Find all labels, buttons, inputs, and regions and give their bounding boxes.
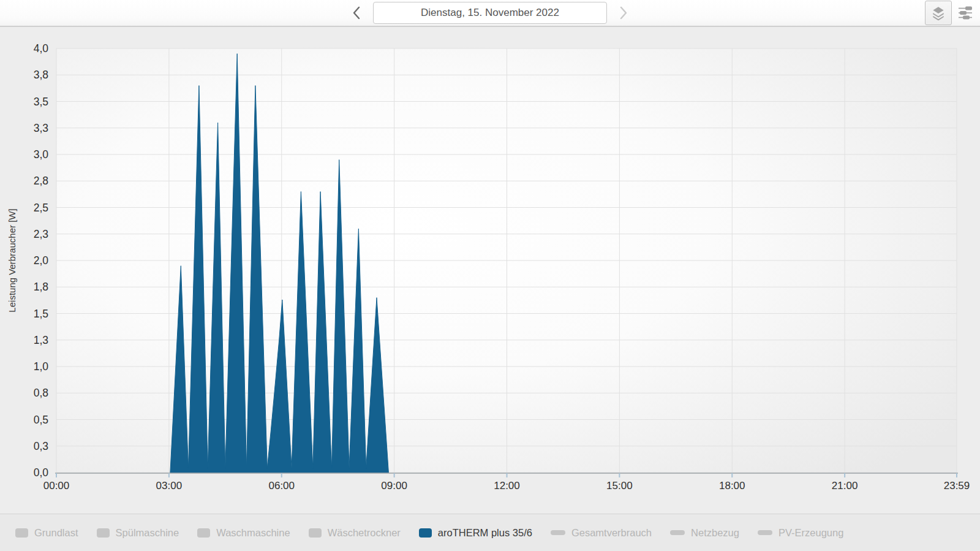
chevron-right-icon <box>617 4 630 22</box>
y-tick-label: 1,5 <box>34 308 48 320</box>
area-swatch-icon <box>197 528 210 538</box>
legend-label: Gesamtverbrauch <box>571 527 652 539</box>
y-tick-label: 1,3 <box>34 334 48 346</box>
date-label: Dienstag, 15. November 2022 <box>421 7 559 19</box>
x-tick-label: 15:00 <box>606 480 633 492</box>
legend-item-pv-erzeugung[interactable]: PV-Erzeugung <box>758 527 843 539</box>
legend-label: Netzbezug <box>691 527 739 539</box>
legend-label: Wäschetrockner <box>328 527 401 539</box>
x-tick-label: 03:00 <box>156 480 183 492</box>
area-swatch-icon <box>15 528 28 538</box>
legend-item-arotherm-plus-35-6[interactable]: aroTHERM plus 35/6 <box>419 527 532 539</box>
y-tick-label: 2,0 <box>34 254 49 267</box>
y-tick-label: 4,0 <box>34 42 49 55</box>
x-tick-label: 18:00 <box>719 480 745 492</box>
line-swatch-icon <box>758 530 772 535</box>
legend-label: Spülmaschine <box>116 527 179 539</box>
layers-view-button[interactable] <box>925 1 952 25</box>
legend-label: aroTHERM plus 35/6 <box>438 527 532 539</box>
top-bar: Dienstag, 15. November 2022 <box>0 0 980 27</box>
chevron-left-icon <box>350 4 363 22</box>
line-swatch-icon <box>670 530 685 535</box>
y-tick-label: 1,8 <box>34 281 48 293</box>
legend-bar: GrundlastSpülmaschineWaschmaschineWäsche… <box>0 514 980 551</box>
y-tick-label: 0,3 <box>34 440 48 452</box>
legend-item-waschmaschine[interactable]: Waschmaschine <box>197 527 290 539</box>
settings-sliders-button[interactable] <box>952 1 979 25</box>
layers-icon <box>930 5 946 21</box>
y-tick-label: 0,0 <box>34 466 49 479</box>
y-tick-label: 3,3 <box>34 122 48 134</box>
legend-item-w-schetrockner[interactable]: Wäschetrockner <box>309 527 401 539</box>
area-swatch-icon <box>419 528 432 538</box>
date-selector[interactable]: Dienstag, 15. November 2022 <box>373 2 607 24</box>
legend-item-grundlast[interactable]: Grundlast <box>15 527 78 539</box>
y-axis-title: Leistung Verbraucher [W] <box>7 208 17 312</box>
y-tick-label: 2,8 <box>34 175 48 187</box>
x-tick-label: 12:00 <box>494 480 520 492</box>
view-toggle-group <box>925 1 979 25</box>
y-tick-label: 3,0 <box>34 148 49 161</box>
x-tick-label: 23:59 <box>944 480 970 492</box>
x-tick-label: 06:00 <box>268 480 295 492</box>
date-navigation: Dienstag, 15. November 2022 <box>349 2 631 24</box>
power-consumption-chart: 00:0003:0006:0009:0012:0015:0018:0021:00… <box>0 27 980 514</box>
legend-label: Waschmaschine <box>216 527 290 539</box>
legend-label: Grundlast <box>34 527 78 539</box>
line-swatch-icon <box>551 530 565 535</box>
y-tick-label: 0,8 <box>34 387 48 399</box>
legend-item-gesamtverbrauch[interactable]: Gesamtverbrauch <box>551 527 652 539</box>
area-swatch-icon <box>309 528 322 538</box>
y-tick-label: 2,5 <box>34 202 48 214</box>
previous-day-button[interactable] <box>349 4 364 22</box>
sliders-icon <box>957 4 974 21</box>
legend-item-sp-lmaschine[interactable]: Spülmaschine <box>97 527 179 539</box>
x-tick-label: 21:00 <box>832 480 858 492</box>
x-tick-label: 00:00 <box>43 480 70 492</box>
y-tick-label: 3,5 <box>34 96 48 108</box>
y-tick-label: 1,0 <box>34 360 49 373</box>
legend-label: PV-Erzeugung <box>778 527 843 539</box>
area-swatch-icon <box>97 528 110 538</box>
legend-item-netzbezug[interactable]: Netzbezug <box>670 527 739 539</box>
y-tick-label: 3,8 <box>34 69 48 81</box>
next-day-button[interactable] <box>616 4 631 22</box>
x-tick-label: 09:00 <box>381 480 407 492</box>
y-tick-label: 2,3 <box>34 228 48 240</box>
y-tick-label: 0,5 <box>34 414 48 426</box>
chart-canvas[interactable]: 00:0003:0006:0009:0012:0015:0018:0021:00… <box>0 27 980 514</box>
